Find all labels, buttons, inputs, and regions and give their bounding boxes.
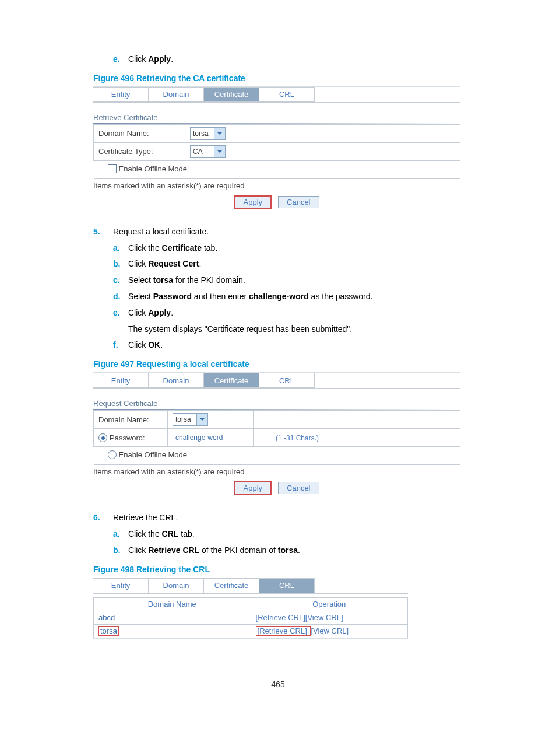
enable-offline-label: Enable Offline Mode <box>119 164 188 173</box>
required-hint: Items marked with an asterisk(*) are req… <box>93 465 460 478</box>
list-text: Select Password and then enter challenge… <box>128 290 463 304</box>
list-marker: e. <box>113 52 128 66</box>
list-marker: 5. <box>93 225 113 239</box>
view-crl-link[interactable]: View CRL <box>313 626 347 635</box>
list-marker: e. <box>113 306 128 320</box>
crl-panel: Entity Domain Certificate CRL Domain Nam… <box>93 578 408 639</box>
figure-498-caption: Figure 498 Retrieving the CRL <box>93 565 463 574</box>
tab-certificate[interactable]: Certificate <box>203 373 259 388</box>
apply-button[interactable]: Apply <box>235 482 272 494</box>
list-marker: a. <box>113 242 128 256</box>
chars-hint: (1 -31 Chars.) <box>276 434 319 442</box>
table-row: abcd [Retrieve CRL][View CRL] <box>94 611 408 624</box>
figure-496-caption: Figure 496 Retrieving the CA certificate <box>93 74 463 83</box>
tab-certificate[interactable]: Certificate <box>203 87 259 102</box>
enable-offline-checkbox[interactable] <box>108 164 117 173</box>
note-text: The system displays "Certificate request… <box>93 323 463 337</box>
tab-entity[interactable]: Entity <box>93 87 149 102</box>
list-text: Request a local certificate. <box>113 225 209 239</box>
domain-cell: abcd <box>94 611 251 624</box>
list-marker: a. <box>113 527 128 541</box>
list-marker: b. <box>113 257 128 271</box>
list-marker: 6. <box>93 511 113 525</box>
chevron-down-icon <box>196 414 207 425</box>
list-text: Click Apply. <box>128 306 463 320</box>
list-text: Retrieve the CRL. <box>113 511 178 525</box>
list-marker: d. <box>113 290 128 304</box>
table-row: torsa [Retrieve CRL] [View CRL] <box>94 624 408 638</box>
list-text: Click Apply. <box>128 52 463 66</box>
tab-domain[interactable]: Domain <box>148 87 204 102</box>
tab-crl[interactable]: CRL <box>259 373 315 388</box>
section-title: Retrieve Certificate <box>93 103 460 123</box>
domain-name-select[interactable]: torsa <box>190 127 226 140</box>
list-text: Select torsa for the PKI domain. <box>128 274 463 288</box>
list-text: Click Retrieve CRL of the PKI domain of … <box>128 544 463 558</box>
domain-name-select[interactable]: torsa <box>173 413 208 426</box>
list-text: Click the CRL tab. <box>128 527 463 541</box>
tab-domain[interactable]: Domain <box>148 373 204 388</box>
section-title: Request Certificate <box>93 388 460 409</box>
list-text: Click the Certificate tab. <box>128 242 463 256</box>
retrieve-crl-link[interactable]: Retrieve CRL <box>259 626 305 635</box>
required-hint: Items marked with an asterisk(*) are req… <box>93 179 460 192</box>
tab-certificate[interactable]: Certificate <box>203 578 259 593</box>
th-domain-name: Domain Name <box>94 597 251 611</box>
page-number: 465 <box>93 680 463 689</box>
cert-type-label: Certificate Type: <box>94 142 185 160</box>
chevron-down-icon <box>214 146 225 158</box>
request-cert-panel: Entity Domain Certificate CRL Request Ce… <box>93 372 460 498</box>
list-marker: b. <box>113 544 128 558</box>
cancel-button[interactable]: Cancel <box>278 482 319 494</box>
password-label: Password: <box>110 433 145 442</box>
retrieve-cert-panel: Entity Domain Certificate CRL Retrieve C… <box>93 86 460 212</box>
cancel-button[interactable]: Cancel <box>278 196 319 208</box>
domain-name-label: Domain Name: <box>94 411 168 429</box>
operation-cell: [Retrieve CRL] [View CRL] <box>251 624 408 638</box>
list-marker: c. <box>113 274 128 288</box>
view-crl-link[interactable]: View CRL <box>307 613 341 622</box>
tab-domain[interactable]: Domain <box>148 578 204 593</box>
apply-button[interactable]: Apply <box>235 196 272 208</box>
tab-entity[interactable]: Entity <box>93 578 149 593</box>
enable-offline-radio[interactable] <box>108 450 117 459</box>
enable-offline-label: Enable Offline Mode <box>119 450 188 459</box>
tab-entity[interactable]: Entity <box>93 373 149 388</box>
password-radio[interactable] <box>98 433 107 442</box>
operation-cell: [Retrieve CRL][View CRL] <box>251 611 408 624</box>
list-text: Click OK. <box>128 338 463 352</box>
th-operation: Operation <box>251 597 408 611</box>
domain-cell: torsa <box>94 624 251 638</box>
figure-497-caption: Figure 497 Requesting a local certificat… <box>93 359 463 369</box>
list-marker: f. <box>113 338 128 352</box>
tab-crl[interactable]: CRL <box>259 87 315 102</box>
retrieve-crl-link[interactable]: Retrieve CRL <box>258 613 303 622</box>
list-text: Click Request Cert. <box>128 257 463 271</box>
cert-type-select[interactable]: CA <box>190 145 226 158</box>
tab-crl[interactable]: CRL <box>259 578 315 593</box>
domain-name-label: Domain Name: <box>94 124 185 142</box>
chevron-down-icon <box>214 128 225 139</box>
password-input[interactable] <box>173 432 242 443</box>
